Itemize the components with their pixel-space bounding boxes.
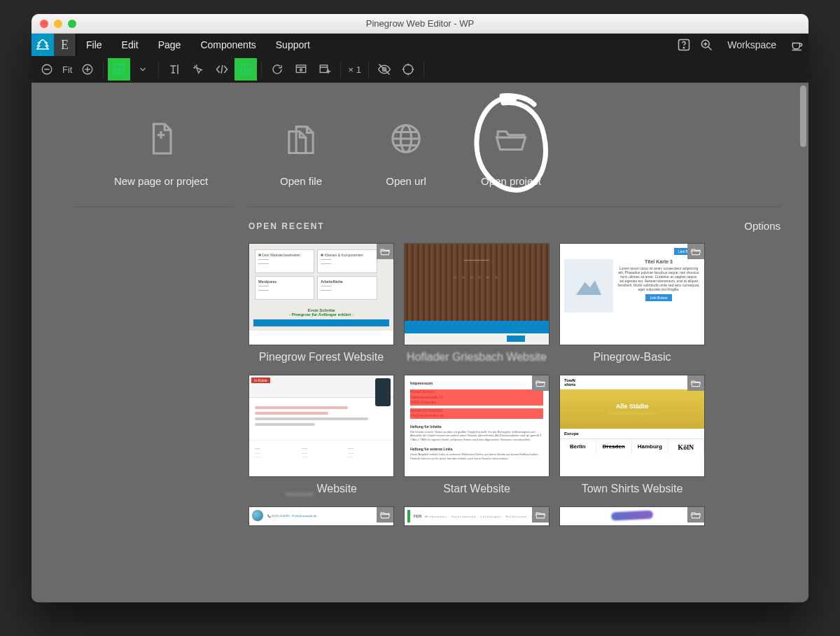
recent-item[interactable]: Impressum Pascal SchmittFalkensteinstraß… bbox=[404, 375, 550, 498]
options-link[interactable]: Options bbox=[744, 220, 780, 232]
action-open-file[interactable]: Open file bbox=[248, 113, 354, 187]
svg-text:JS: JS bbox=[243, 67, 249, 74]
recent-item[interactable]: TowN shirtsalle ▾ Alle StädteFinde deine… bbox=[559, 375, 705, 498]
browser-preview-icon[interactable] bbox=[290, 58, 312, 81]
workspace-menu[interactable]: Workspace bbox=[718, 39, 786, 50]
recent-item[interactable]: In Kürze —————————————————— ⎯⎯⎯⎯ Website bbox=[248, 375, 394, 498]
folder-badge-icon bbox=[377, 244, 393, 259]
folder-badge-icon bbox=[687, 244, 704, 259]
add-pageview-icon[interactable] bbox=[314, 58, 336, 81]
action-label: Open file bbox=[248, 175, 354, 187]
titlebar: Pinegrow Web Editor - WP bbox=[31, 14, 808, 34]
menu-items: File Edit Page Components Support bbox=[76, 34, 320, 56]
help-icon[interactable] bbox=[673, 34, 695, 56]
zoom-out-icon[interactable] bbox=[36, 58, 58, 81]
folder-badge-icon bbox=[377, 507, 393, 523]
globe-icon bbox=[354, 113, 458, 164]
window-title: Pinegrow Web Editor - WP bbox=[31, 18, 808, 29]
menubar: E File Edit Page Components Support Work… bbox=[31, 34, 808, 56]
svg-point-18 bbox=[300, 69, 302, 71]
recent-item[interactable]: 📞 0123 / 456789 ✉ info@example.de bbox=[248, 506, 394, 526]
pinegrow-logo-icon[interactable] bbox=[31, 34, 54, 56]
code-icon[interactable] bbox=[211, 58, 233, 81]
menu-support[interactable]: Support bbox=[266, 34, 320, 56]
svg-point-25 bbox=[403, 64, 413, 74]
folder-badge-icon bbox=[532, 507, 549, 523]
recent-caption: Start Website bbox=[404, 477, 550, 498]
zoom-in-icon[interactable] bbox=[76, 58, 99, 81]
action-open-project[interactable]: Open project bbox=[458, 113, 564, 187]
refresh-icon[interactable] bbox=[266, 58, 288, 81]
app-window: Pinegrow Web Editor - WP E File Edit Pag… bbox=[31, 14, 808, 602]
target-icon[interactable] bbox=[397, 58, 419, 81]
chevron-down-icon[interactable] bbox=[132, 58, 154, 81]
visibility-off-icon[interactable] bbox=[373, 58, 396, 81]
recent-item[interactable]: ⎯⎯⎯⎯⎯⎯⎯ ⎯ ⎯ ⎯ ⎯ ⎯ Hoflader Griesbach Web… bbox=[404, 243, 550, 366]
folder-open-icon bbox=[458, 113, 564, 164]
recent-grid: ✚ Dein Website bearbeiten——————✚ Klassen… bbox=[248, 237, 780, 526]
action-open-url[interactable]: Open url bbox=[354, 113, 458, 187]
recent-caption: Town Shirts Website bbox=[559, 477, 705, 498]
action-label: Open url bbox=[354, 175, 458, 187]
recent-caption: Pinegrow Forest Website bbox=[248, 345, 394, 366]
js-icon[interactable]: JS bbox=[234, 58, 257, 81]
recent-item[interactable]: YERWillkommen · Unternehmen · Leistungen… bbox=[404, 506, 550, 526]
open-file-icon bbox=[248, 113, 354, 164]
new-page-icon bbox=[74, 113, 248, 164]
folder-badge-icon bbox=[687, 507, 704, 523]
action-label: New page or project bbox=[74, 175, 248, 187]
start-screen: New page or project Open file Open url bbox=[31, 83, 808, 602]
recent-caption: Hoflader Griesbach Website bbox=[404, 345, 550, 366]
folder-badge-icon bbox=[687, 375, 704, 391]
svg-point-1 bbox=[684, 48, 685, 48]
recent-item[interactable] bbox=[559, 506, 705, 526]
menu-edit[interactable]: Edit bbox=[112, 34, 148, 56]
menu-file[interactable]: File bbox=[76, 34, 112, 56]
recent-item[interactable]: Link Button Titel Karte 3Lorem ipsum dol… bbox=[559, 243, 705, 366]
text-edit-icon[interactable] bbox=[163, 58, 186, 81]
toolbar: Fit JS × 1 bbox=[31, 56, 808, 83]
action-new-page[interactable]: New page or project bbox=[74, 113, 248, 187]
layout-guides-icon[interactable] bbox=[108, 58, 130, 81]
recent-item[interactable]: ✚ Dein Website bearbeiten——————✚ Klassen… bbox=[248, 243, 394, 366]
multiplier[interactable]: × 1 bbox=[345, 64, 363, 75]
open-recent-heading: OPEN RECENT bbox=[248, 221, 325, 231]
zoom-fit[interactable]: Fit bbox=[59, 64, 75, 75]
folder-badge-icon bbox=[532, 375, 549, 391]
svg-rect-19 bbox=[321, 65, 328, 73]
menu-components[interactable]: Components bbox=[190, 34, 265, 56]
coffee-icon[interactable] bbox=[786, 34, 808, 56]
svg-line-13 bbox=[222, 65, 223, 74]
e-logo-icon[interactable]: E bbox=[54, 34, 76, 56]
recent-caption: Pinegrow-Basic bbox=[559, 345, 705, 366]
menu-page[interactable]: Page bbox=[148, 34, 191, 56]
recent-caption: ⎯⎯⎯⎯ Website bbox=[248, 477, 394, 498]
action-label: Open project bbox=[458, 175, 564, 187]
scrollbar[interactable] bbox=[800, 85, 806, 147]
pointer-click-icon[interactable] bbox=[187, 58, 209, 81]
zoom-icon[interactable] bbox=[695, 34, 718, 56]
